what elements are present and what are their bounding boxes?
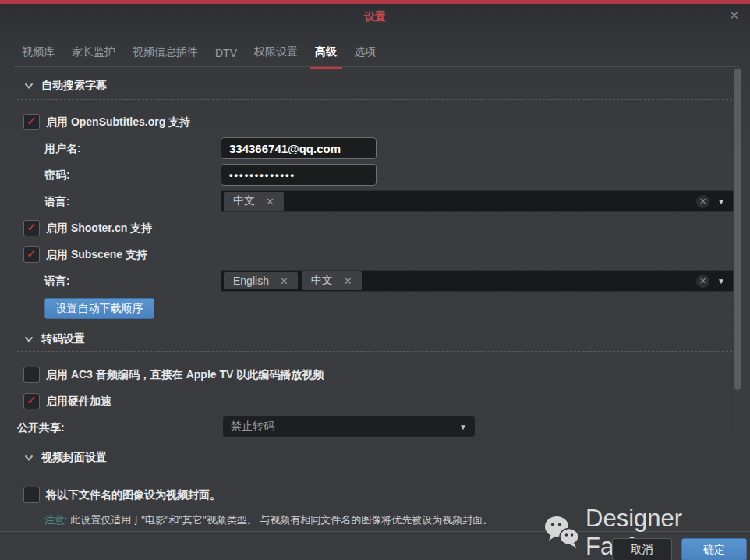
check-icon: ✓ [27,115,37,128]
check-icon: ✓ [27,222,37,234]
checkbox-box[interactable]: ✓ [23,114,40,130]
chevron-down-icon [23,80,34,91]
language-tag: 中文 ✕ [302,271,362,290]
tag-text: 中文 [311,274,333,288]
checkbox-box[interactable]: ✓ [23,246,40,263]
checkbox-hw-accel[interactable]: ✓ 启用硬件加速 [23,393,111,409]
section-title: 视频封面设置 [41,451,107,465]
checkbox-box[interactable]: ✓ [23,393,40,409]
set-download-order-button[interactable]: 设置自动下载顺序 [44,298,154,319]
language-multiselect[interactable]: 中文 ✕ ✕ ▼ [221,190,734,212]
dropdown-arrow-icon[interactable]: ▼ [717,197,725,206]
section-title: 转码设置 [41,332,85,346]
tab-options[interactable]: 选项 [354,45,376,69]
dropdown-arrow-icon: ▼ [459,423,467,431]
checkbox-label: 启用硬件加速 [46,395,111,409]
checkbox-label: 启用 OpenSubtitles.org 支持 [46,115,190,129]
public-share-label: 公开共享: [17,421,65,435]
close-icon[interactable]: ✕ [729,9,739,23]
tag-remove-icon[interactable]: ✕ [344,275,352,287]
note-label: 注意: [44,514,68,526]
settings-dialog: 设置 ✕ 视频库 家长监护 视频信息插件 DTV 权限设置 高级 选项 自动搜索… [0,0,750,560]
language2-label: 语言: [44,275,70,289]
section-video-cover[interactable]: 视频封面设置 [23,451,107,465]
chevron-down-icon [23,334,34,345]
password-label: 密码: [44,168,70,183]
password-input[interactable] [221,164,377,186]
dropdown-arrow-icon[interactable]: ▼ [717,277,725,285]
checkbox-cover-image[interactable]: ✓ 将以下文件名的图像设为视频封面。 [23,487,221,503]
checkbox-box[interactable]: ✓ [23,367,40,383]
section-divider [17,470,736,470]
ok-button[interactable]: 确定 [681,538,747,560]
tag-remove-icon[interactable]: ✕ [280,275,288,287]
scrollbar-thumb[interactable] [734,69,741,390]
wechat-icon [543,515,579,551]
tab-dtv[interactable]: DTV [215,47,237,69]
checkbox-label: 启用 Subscene 支持 [46,248,147,262]
select-value: 禁止转码 [231,420,274,434]
checkbox-box[interactable]: ✓ [23,487,40,503]
clear-all-icon[interactable]: ✕ [696,195,709,208]
language2-multiselect[interactable]: English ✕ 中文 ✕ ✕ ▼ [221,270,734,292]
check-icon: ✓ [27,248,37,261]
tab-separator [14,66,736,67]
section-divider [17,351,736,352]
checkbox-subscene[interactable]: ✓ 启用 Subscene 支持 [23,246,147,263]
tag-remove-icon[interactable]: ✕ [266,196,274,207]
language-tag: 中文 ✕ [224,192,284,211]
chevron-down-icon [23,452,34,463]
checkbox-opensubtitles[interactable]: ✓ 启用 OpenSubtitles.org 支持 [23,114,190,130]
checkbox-label: 将以下文件名的图像设为视频封面。 [46,488,221,502]
section-subtitle-search[interactable]: 自动搜索字幕 [23,79,107,93]
tab-bar: 视频库 家长监护 视频信息插件 DTV 权限设置 高级 选项 [22,45,376,69]
tag-text: English [233,275,269,287]
tab-advanced[interactable]: 高级 [315,45,337,69]
tab-parental-control[interactable]: 家长监护 [72,45,115,69]
dialog-title: 设置 [0,10,750,24]
language-label: 语言: [44,195,70,209]
checkbox-shooter[interactable]: ✓ 启用 Shooter.cn 支持 [23,220,152,236]
cancel-button[interactable]: 取消 [612,538,672,560]
section-divider [17,99,736,100]
top-accent-bar [0,0,750,4]
public-share-select[interactable]: 禁止转码 ▼ [222,416,476,438]
clear-all-icon[interactable]: ✕ [696,275,709,288]
check-icon: ✓ [27,395,37,407]
tab-permissions[interactable]: 权限设置 [254,45,298,69]
note-text: 此设置仅适用于"电影"和"其它"视频类型。 与视频有相同文件名的图像将优先被设为… [70,514,493,526]
username-input[interactable] [221,137,377,159]
tag-text: 中文 [233,194,255,208]
section-title: 自动搜索字幕 [41,79,107,93]
language-tag: English ✕ [224,272,298,289]
username-label: 用户名: [44,142,81,156]
checkbox-box[interactable]: ✓ [23,220,40,236]
checkbox-label: 启用 Shooter.cn 支持 [46,222,152,236]
section-transcode[interactable]: 转码设置 [23,332,85,346]
tab-video-info-plugin[interactable]: 视频信息插件 [133,45,198,69]
checkbox-label: 启用 AC3 音频编码，直接在 Apple TV 以此编码播放视频 [46,368,324,382]
cover-note: 注意: 此设置仅适用于"电影"和"其它"视频类型。 与视频有相同文件名的图像将优… [44,513,493,527]
checkbox-ac3[interactable]: ✓ 启用 AC3 音频编码，直接在 Apple TV 以此编码播放视频 [23,367,324,383]
tab-video-library[interactable]: 视频库 [22,45,55,69]
